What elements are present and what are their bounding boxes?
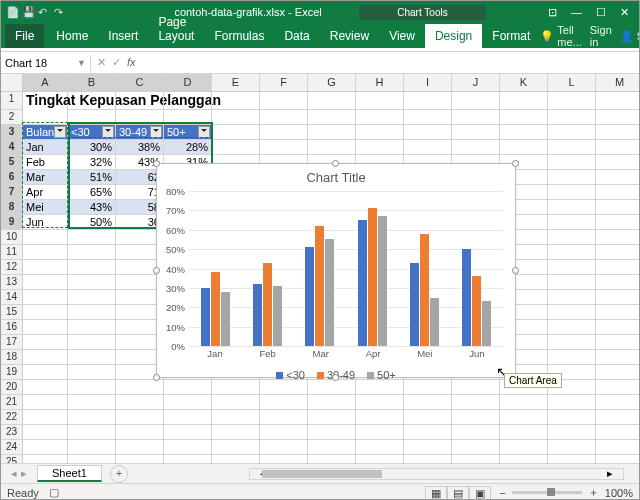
cell[interactable] bbox=[164, 425, 212, 440]
cell[interactable] bbox=[212, 455, 260, 463]
cell[interactable] bbox=[308, 380, 356, 395]
cell[interactable] bbox=[596, 92, 639, 110]
cell[interactable] bbox=[548, 350, 596, 365]
cell[interactable] bbox=[23, 110, 68, 125]
cell[interactable] bbox=[548, 260, 596, 275]
cell[interactable] bbox=[260, 92, 308, 110]
macro-icon[interactable]: ▢ bbox=[49, 486, 59, 499]
cell[interactable] bbox=[596, 395, 639, 410]
cell[interactable]: Bulan bbox=[23, 125, 68, 140]
bar[interactable] bbox=[420, 234, 429, 346]
col-header[interactable]: B bbox=[68, 74, 116, 91]
cell[interactable] bbox=[596, 230, 639, 245]
row-header[interactable]: 18 bbox=[1, 350, 23, 365]
bar[interactable] bbox=[472, 276, 481, 346]
cell[interactable] bbox=[548, 170, 596, 185]
tab-design[interactable]: Design bbox=[425, 24, 482, 48]
cell[interactable] bbox=[548, 125, 596, 140]
tab-home[interactable]: Home bbox=[46, 24, 98, 48]
cell[interactable] bbox=[596, 185, 639, 200]
cell[interactable] bbox=[68, 260, 116, 275]
cell[interactable] bbox=[356, 410, 404, 425]
view-pagelayout[interactable]: ▤ bbox=[447, 486, 469, 500]
cell[interactable] bbox=[116, 380, 164, 395]
cell[interactable] bbox=[404, 395, 452, 410]
cell[interactable] bbox=[212, 395, 260, 410]
cell[interactable]: 50+ bbox=[164, 125, 212, 140]
share[interactable]: 👤 Share bbox=[620, 30, 640, 43]
row-header[interactable]: 16 bbox=[1, 320, 23, 335]
chart-title[interactable]: Chart Title bbox=[157, 164, 515, 191]
cell[interactable] bbox=[23, 410, 68, 425]
cell[interactable] bbox=[596, 290, 639, 305]
zoom-out[interactable]: − bbox=[499, 487, 505, 499]
cell[interactable] bbox=[23, 380, 68, 395]
fx-icon[interactable]: fx bbox=[127, 56, 136, 69]
sign-in[interactable]: Sign in bbox=[590, 24, 612, 48]
cell[interactable] bbox=[212, 410, 260, 425]
cell[interactable] bbox=[548, 110, 596, 125]
cell[interactable] bbox=[500, 455, 548, 463]
cell[interactable] bbox=[308, 395, 356, 410]
bar[interactable] bbox=[315, 226, 324, 346]
cell[interactable] bbox=[116, 410, 164, 425]
cell[interactable] bbox=[356, 425, 404, 440]
cell[interactable] bbox=[596, 260, 639, 275]
cell[interactable] bbox=[23, 275, 68, 290]
cell[interactable] bbox=[23, 320, 68, 335]
cell[interactable] bbox=[164, 395, 212, 410]
cell[interactable] bbox=[548, 425, 596, 440]
cell[interactable] bbox=[212, 110, 260, 125]
tell-me[interactable]: 💡 Tell me... bbox=[540, 24, 581, 48]
cell[interactable] bbox=[596, 170, 639, 185]
bar[interactable] bbox=[482, 301, 491, 346]
col-header[interactable]: A bbox=[23, 74, 68, 91]
cell[interactable] bbox=[356, 110, 404, 125]
cell[interactable] bbox=[356, 455, 404, 463]
cell[interactable]: Tingkat Kepuasan Pelanggan bbox=[23, 92, 68, 110]
cell[interactable] bbox=[548, 410, 596, 425]
cell[interactable]: 50% bbox=[68, 215, 116, 230]
qat[interactable]: 📄💾↶↷ bbox=[6, 6, 70, 18]
cell[interactable] bbox=[23, 245, 68, 260]
row-header[interactable]: 8 bbox=[1, 200, 23, 215]
cell[interactable] bbox=[23, 440, 68, 455]
cell[interactable] bbox=[548, 290, 596, 305]
cell[interactable] bbox=[260, 380, 308, 395]
cell[interactable] bbox=[23, 290, 68, 305]
cell[interactable] bbox=[452, 140, 500, 155]
cell[interactable] bbox=[500, 440, 548, 455]
cell[interactable] bbox=[596, 320, 639, 335]
cell[interactable]: 65% bbox=[68, 185, 116, 200]
cell[interactable] bbox=[164, 110, 212, 125]
row-header[interactable]: 2 bbox=[1, 110, 23, 125]
cell[interactable] bbox=[23, 365, 68, 380]
cell[interactable] bbox=[260, 395, 308, 410]
col-header[interactable]: E bbox=[212, 74, 260, 91]
cell[interactable] bbox=[23, 350, 68, 365]
bar[interactable] bbox=[221, 292, 230, 346]
cell[interactable] bbox=[68, 410, 116, 425]
cell[interactable] bbox=[452, 125, 500, 140]
cell[interactable] bbox=[548, 395, 596, 410]
col-header[interactable]: F bbox=[260, 74, 308, 91]
row-header[interactable]: 23 bbox=[1, 425, 23, 440]
tab-pagelayout[interactable]: Page Layout bbox=[148, 10, 204, 48]
cell[interactable] bbox=[404, 440, 452, 455]
row-header[interactable]: 12 bbox=[1, 260, 23, 275]
col-header[interactable]: J bbox=[452, 74, 500, 91]
bar[interactable] bbox=[430, 298, 439, 346]
row-header[interactable]: 14 bbox=[1, 290, 23, 305]
cell[interactable]: 30% bbox=[68, 140, 116, 155]
cell[interactable] bbox=[452, 440, 500, 455]
cell[interactable] bbox=[548, 140, 596, 155]
cell[interactable] bbox=[404, 410, 452, 425]
cell[interactable]: <30 bbox=[68, 125, 116, 140]
enter-icon[interactable]: ✓ bbox=[112, 56, 121, 69]
row-header[interactable]: 6 bbox=[1, 170, 23, 185]
row-header[interactable]: 21 bbox=[1, 395, 23, 410]
tab-format[interactable]: Format bbox=[482, 24, 540, 48]
cell[interactable] bbox=[356, 125, 404, 140]
zoom-level[interactable]: 100% bbox=[605, 487, 633, 499]
cell[interactable] bbox=[404, 380, 452, 395]
